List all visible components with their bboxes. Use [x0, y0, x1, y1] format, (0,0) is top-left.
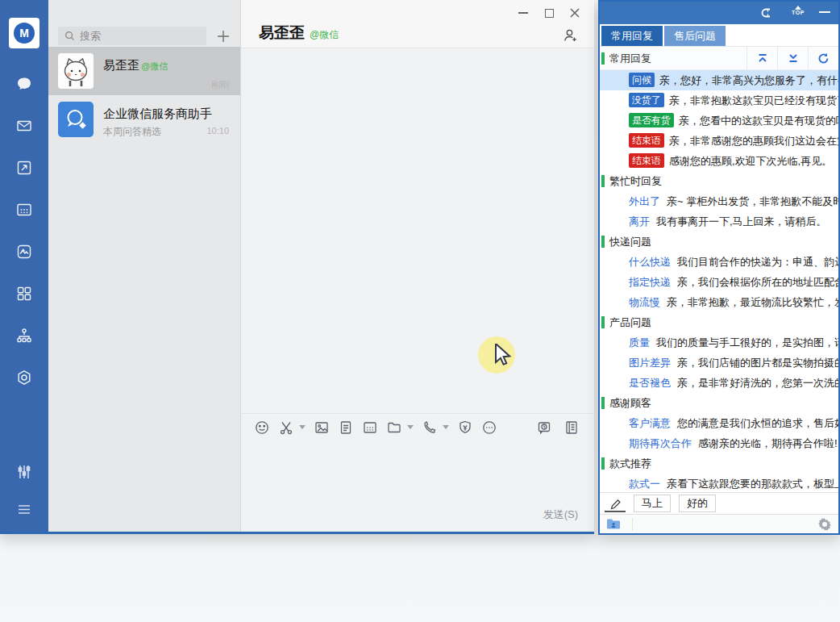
call-dropdown-icon[interactable] [443, 425, 449, 429]
reply-tag[interactable]: 是否有货 [629, 113, 674, 127]
apps-grid-icon[interactable] [15, 284, 34, 303]
file-icon[interactable] [338, 419, 356, 436]
call-icon[interactable] [422, 419, 439, 436]
chat-list-item[interactable]: 易歪歪@微信 刚刚 [48, 47, 240, 95]
close-button[interactable] [562, 3, 588, 23]
reply-item[interactable]: 图片差异亲，我们店铺的图片都是实物拍摄的... [600, 353, 838, 373]
screenshot-dropdown-icon[interactable] [299, 425, 306, 429]
collapse-all-button[interactable] [746, 47, 777, 69]
tab-common-replies[interactable]: 常用回复 [601, 26, 663, 46]
image-icon[interactable] [314, 419, 331, 436]
edit-icon[interactable] [605, 495, 626, 512]
notes-icon[interactable] [563, 419, 581, 436]
reply-item[interactable]: 没货了亲，非常抱歉这款宝贝已经没有现货了... [600, 90, 838, 111]
main-window: M [0, 0, 594, 534]
tab-after-sales[interactable]: 售后问题 [664, 26, 726, 46]
chat-icon[interactable] [15, 74, 34, 94]
add-member-button[interactable] [562, 27, 578, 44]
schedule-icon[interactable] [362, 419, 380, 436]
reply-title-link[interactable]: 客户满意 [629, 417, 671, 429]
reply-tag[interactable]: 问候 [629, 73, 655, 87]
emoji-icon[interactable] [254, 419, 272, 436]
reply-item[interactable]: 离开我有事离开一下,马上回来，请稍后。 [600, 211, 838, 232]
section-marker [601, 52, 605, 65]
gallery-icon[interactable] [15, 242, 34, 261]
sidebar: M [0, 0, 48, 532]
chat-history-icon[interactable] [536, 419, 554, 436]
chat-item-time: 刚刚 [211, 79, 229, 91]
reply-tag[interactable]: 结束语 [629, 153, 664, 168]
reply-tag[interactable]: 没货了 [629, 93, 664, 107]
reply-section[interactable]: 快递问题 [600, 232, 838, 252]
folder-icon[interactable] [606, 518, 621, 530]
search-icon [64, 31, 75, 41]
reply-item[interactable]: 外出了亲~ 掌柜外出发货，非常抱歉不能及时... [600, 191, 838, 211]
maximize-button[interactable] [536, 3, 562, 23]
person-add-icon [562, 27, 578, 44]
section-marker [601, 175, 605, 187]
reply-text: 亲，您看中的这款宝贝是有现货的呢... [679, 115, 838, 127]
magnet-dock-icon[interactable] [759, 6, 772, 19]
refresh-button[interactable] [808, 47, 838, 69]
divider [632, 518, 633, 531]
menu-icon[interactable] [15, 499, 34, 519]
reply-text: 亲，非常抱歉这款宝贝已经没有现货了... [669, 94, 838, 106]
app-logo[interactable]: M [9, 18, 40, 48]
reply-title-link[interactable]: 期待再次合作 [629, 437, 692, 449]
reply-title-link[interactable]: 物流慢 [629, 296, 660, 308]
pin-top-icon[interactable]: TOP [788, 5, 808, 15]
reply-text: 亲看下这款跟您要的那款款式，板型上... [667, 478, 838, 490]
quick-button[interactable]: 好的 [679, 495, 716, 512]
reply-title-link[interactable]: 指定快递 [629, 276, 671, 288]
reply-title-link[interactable]: 离开 [629, 215, 650, 228]
reply-title-link[interactable]: 质量 [629, 336, 650, 349]
reply-section[interactable]: 款式推荐 [600, 453, 838, 474]
gear-icon[interactable] [817, 517, 832, 532]
package-icon[interactable] [15, 368, 34, 387]
search-input[interactable] [80, 30, 185, 42]
reply-item[interactable]: 质量我们的质量与手工很好的，是实拍图，请... [600, 332, 838, 353]
org-chart-icon[interactable] [15, 326, 34, 345]
reply-tag[interactable]: 结束语 [629, 133, 664, 148]
reply-item[interactable]: 问候亲，您好，非常高兴为您服务了，有什么... [600, 70, 838, 90]
reply-section[interactable]: 产品问题 [600, 312, 838, 332]
chat-list-item[interactable]: 企业微信服务商助手 本周问答精选 10:10 [48, 95, 240, 144]
reply-title-link[interactable]: 图片差异 [629, 357, 671, 369]
folder-icon[interactable] [386, 419, 404, 436]
reply-item[interactable]: 期待再次合作感谢亲的光临，期待再合作啦!，... [600, 433, 838, 453]
reply-title-link[interactable]: 是否褪色 [629, 377, 671, 389]
quick-button[interactable]: 马上 [634, 495, 671, 512]
reply-section[interactable]: 繁忙时回复 [600, 171, 838, 191]
reply-section[interactable]: 感谢顾客 [600, 393, 838, 413]
screenshot-icon[interactable] [278, 419, 296, 436]
reply-item[interactable]: 指定快递亲，我们会根据你所在的地址匹配合... [600, 272, 838, 292]
calendar-icon[interactable] [15, 200, 34, 219]
reply-item[interactable]: 客户满意您的满意是我们永恒的追求，售后如... [600, 413, 838, 433]
chat-message-area[interactable] [241, 48, 594, 412]
send-button[interactable]: 发送(S) [543, 507, 578, 522]
section-marker [601, 316, 605, 328]
reply-title-link[interactable]: 外出了 [629, 195, 660, 207]
search-box[interactable] [58, 27, 206, 45]
workbench-icon[interactable] [15, 158, 34, 177]
minimize-button[interactable] [510, 3, 536, 23]
add-button[interactable] [214, 27, 232, 45]
reply-title-link[interactable]: 什么快递 [629, 256, 671, 268]
reply-item[interactable]: 款式一亲看下这款跟您要的那款款式，板型上... [600, 474, 838, 494]
reply-item[interactable]: 是否有货亲，您看中的这款宝贝是有现货的呢... [600, 111, 838, 131]
panel-minimize-icon[interactable] [819, 11, 830, 13]
payment-icon[interactable] [457, 419, 475, 436]
reply-item[interactable]: 是否褪色亲，是非常好清洗的，您第一次洗的... [600, 373, 838, 393]
mail-icon[interactable] [15, 116, 34, 136]
expand-all-button[interactable] [777, 47, 808, 69]
reply-item[interactable]: 结束语亲，非常感谢您的惠顾我们这边会在第... [600, 131, 838, 151]
filters-icon[interactable] [15, 462, 34, 482]
group-header: 常用回复 [600, 47, 838, 70]
reply-item[interactable]: 物流慢亲，非常抱歉，最近物流比较繁忙，发... [600, 292, 838, 312]
panel-titlebar[interactable]: TOP [600, 2, 838, 24]
reply-item[interactable]: 结束语感谢您的惠顾,欢迎下次光临,再见。 [600, 151, 838, 171]
folder-dropdown-icon[interactable] [407, 425, 414, 429]
reply-title-link[interactable]: 款式一 [629, 478, 660, 490]
more-icon[interactable] [481, 419, 499, 436]
reply-item[interactable]: 什么快递我们目前合作的快递为：申通、韵达... [600, 252, 838, 272]
